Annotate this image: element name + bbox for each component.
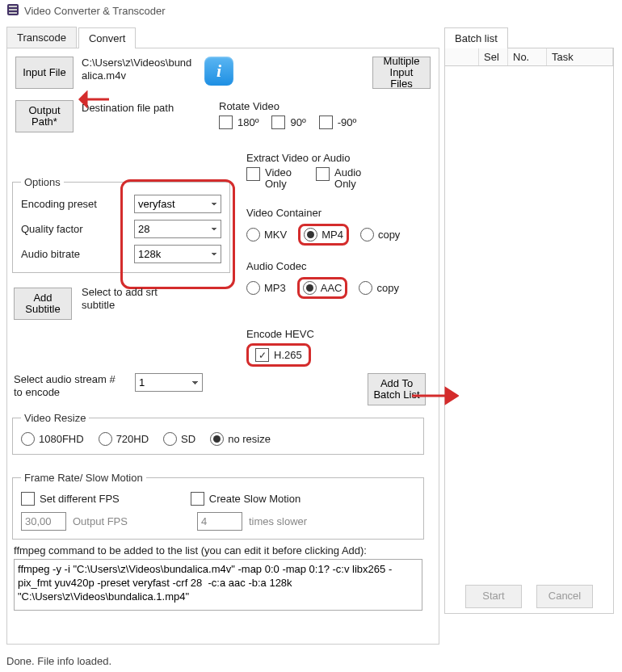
resize-sd-label: SD <box>181 433 195 445</box>
extract-audio-label: Audio Only <box>334 167 361 191</box>
slow-hint: times slower <box>249 515 307 527</box>
input-path-text: C:\Users\z\Videos\bundalica.m4v <box>82 57 196 83</box>
rotate-m90-checkbox[interactable] <box>319 116 333 129</box>
info-icon[interactable]: i <box>204 57 233 86</box>
hevc-label: H.265 <box>274 349 302 361</box>
rotate-90-checkbox[interactable] <box>271 116 285 129</box>
slow-input <box>197 512 242 531</box>
slowmo-label: Create Slow Motion <box>209 493 300 505</box>
encoding-preset-select[interactable]: veryfast <box>134 195 221 213</box>
audio-stream-select[interactable]: 1 <box>135 373 203 392</box>
audiocodec-legend: Audio Codec <box>246 260 426 272</box>
audiocodec-aac-radio[interactable] <box>303 281 317 295</box>
resize-720-label: 720HD <box>116 433 149 445</box>
setfps-checkbox[interactable] <box>21 492 35 506</box>
app-icon <box>6 3 19 19</box>
container-copy-label: copy <box>378 229 400 241</box>
container-mkv-label: MKV <box>264 229 287 241</box>
framerate-legend: Frame Rate/ Slow Motion <box>21 472 146 484</box>
encoding-preset-label: Encoding preset <box>21 198 97 210</box>
audiocodec-mp3-radio[interactable] <box>246 281 260 295</box>
rotate-180-checkbox[interactable] <box>219 116 233 129</box>
slowmo-checkbox[interactable] <box>191 492 204 506</box>
extract-video-checkbox[interactable] <box>246 167 260 181</box>
resize-legend: Video Resize <box>21 412 89 424</box>
status-bar: Done. File info loaded. <box>0 650 622 672</box>
resize-1080-radio[interactable] <box>21 432 35 446</box>
multiple-input-button[interactable]: Multiple Input Files <box>372 57 431 89</box>
extract-legend: Extract Video or Audio <box>246 152 422 164</box>
audiocodec-aac-label: AAC <box>321 282 343 294</box>
annotation-arrow-batch <box>410 386 459 408</box>
start-button[interactable]: Start <box>465 585 522 608</box>
audio-bitrate-select[interactable]: 128k <box>134 245 221 263</box>
tab-convert[interactable]: Convert <box>78 27 137 48</box>
hevc-legend: Encode HEVC <box>246 328 314 340</box>
audio-stream-label: Select audio stream # to encode <box>14 373 127 398</box>
audiocodec-copy-radio[interactable] <box>359 281 372 295</box>
fps-input <box>21 512 66 531</box>
svg-rect-2 <box>9 9 17 10</box>
svg-rect-1 <box>9 6 17 7</box>
tab-batch-list[interactable]: Batch list <box>444 27 508 48</box>
container-mp4-radio[interactable] <box>304 228 317 242</box>
quality-factor-label: Quality factor <box>21 223 83 235</box>
cmd-textarea[interactable]: ffmpeg -y -i "C:\Users\z\Videos\bundalic… <box>14 559 422 611</box>
input-file-button[interactable]: Input File <box>15 57 74 89</box>
annotation-arrow-input <box>78 90 111 111</box>
hevc-checkbox[interactable] <box>255 348 269 362</box>
extract-video-label: Video Only <box>265 167 292 191</box>
container-copy-radio[interactable] <box>360 228 374 242</box>
audiocodec-mp3-label: MP3 <box>264 282 286 294</box>
options-legend: Options <box>21 176 64 188</box>
resize-none-radio[interactable] <box>210 432 224 446</box>
resize-720-radio[interactable] <box>99 432 112 446</box>
fps-hint: Output FPS <box>73 515 128 527</box>
add-subtitle-button[interactable]: Add Subtitle <box>14 288 72 320</box>
convert-panel: Input File C:\Users\z\Videos\bundalica.m… <box>6 48 439 645</box>
output-path-button[interactable]: Output Path* <box>15 100 74 132</box>
extract-audio-checkbox[interactable] <box>316 167 330 181</box>
svg-rect-3 <box>9 12 17 14</box>
tabs: Transcode Convert <box>6 27 439 48</box>
audiocodec-copy-label: copy <box>376 282 398 294</box>
container-mp4-label: MP4 <box>322 229 343 241</box>
batch-col-sel[interactable]: Sel <box>479 48 508 65</box>
tab-transcode[interactable]: Transcode <box>6 27 77 48</box>
cancel-button[interactable]: Cancel <box>536 585 593 608</box>
cmd-label: ffmpeg command to be added to the list (… <box>14 544 418 556</box>
audio-bitrate-label: Audio bitrate <box>21 248 80 260</box>
batch-grid-header: Sel No. Task <box>445 48 613 66</box>
resize-1080-label: 1080FHD <box>39 433 84 445</box>
setfps-label: Set different FPS <box>40 493 120 505</box>
subtitle-hint: Select to add srt subtitle <box>82 286 179 311</box>
batch-grid-body <box>445 66 613 583</box>
window-title: Video Converter & Transcoder <box>24 5 166 17</box>
container-legend: Video Container <box>246 207 426 219</box>
rotate-m90-label: -90º <box>338 116 357 128</box>
container-mkv-radio[interactable] <box>246 228 260 242</box>
batch-col-no[interactable]: No. <box>508 48 547 65</box>
resize-none-label: no resize <box>228 433 271 445</box>
titlebar: Video Converter & Transcoder <box>0 0 622 22</box>
resize-sd-radio[interactable] <box>163 432 177 446</box>
rotate-180-label: 180º <box>237 116 258 128</box>
rotate-90-label: 90º <box>290 116 305 128</box>
batch-col-task[interactable]: Task <box>547 48 613 65</box>
quality-factor-select[interactable]: 28 <box>134 220 221 238</box>
rotate-legend: Rotate Video <box>219 100 395 112</box>
